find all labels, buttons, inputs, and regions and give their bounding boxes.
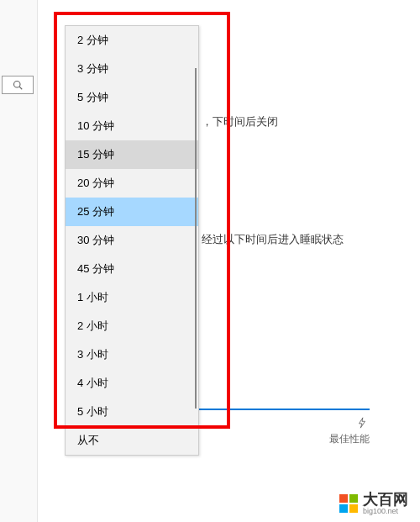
search-input[interactable]: [2, 76, 34, 94]
dropdown-item[interactable]: 2 小时: [66, 312, 198, 340]
dropdown-item[interactable]: 1 小时: [66, 283, 198, 312]
time-dropdown-list[interactable]: 2 分钟3 分钟5 分钟10 分钟15 分钟20 分钟25 分钟30 分钟45 …: [65, 25, 199, 456]
left-nav-panel: [0, 0, 38, 522]
dropdown-item[interactable]: 45 分钟: [66, 255, 198, 283]
sleep-label: 经过以下时间后进入睡眠状态: [202, 232, 344, 247]
svg-point-0: [14, 82, 21, 88]
dropdown-item[interactable]: 4 小时: [66, 369, 198, 398]
dropdown-item[interactable]: 10 分钟: [66, 112, 198, 140]
watermark-logo: 大百网 big100.net: [339, 492, 408, 515]
dropdown-item[interactable]: 3 分钟: [66, 55, 198, 83]
logo-text-main: 大百网: [363, 492, 408, 507]
dropdown-item[interactable]: 5 小时: [66, 398, 198, 426]
dropdown-item[interactable]: 15 分钟: [66, 140, 198, 169]
screen-off-label: ，下时间后关闭: [202, 114, 278, 129]
dropdown-item[interactable]: 30 分钟: [66, 226, 198, 255]
content-area: ，下时间后关闭 经过以下时间后进入睡眠状态 2 分钟3 分钟5 分钟10 分钟1…: [38, 0, 420, 522]
dropdown-item[interactable]: 2 分钟: [66, 26, 198, 55]
slider-label-performance: 最佳性能: [329, 432, 370, 446]
dropdown-item[interactable]: 20 分钟: [66, 169, 198, 198]
scrollbar-thumb[interactable]: [195, 68, 197, 409]
lightning-icon: [356, 417, 368, 429]
logo-icon: [339, 494, 358, 513]
dropdown-item[interactable]: 从不: [66, 426, 198, 455]
dropdown-item[interactable]: 5 分钟: [66, 83, 198, 112]
dropdown-item[interactable]: 25 分钟: [66, 198, 198, 226]
svg-line-1: [19, 87, 22, 89]
logo-text-sub: big100.net: [363, 508, 408, 515]
search-icon: [13, 80, 23, 90]
dropdown-item[interactable]: 3 小时: [66, 340, 198, 369]
